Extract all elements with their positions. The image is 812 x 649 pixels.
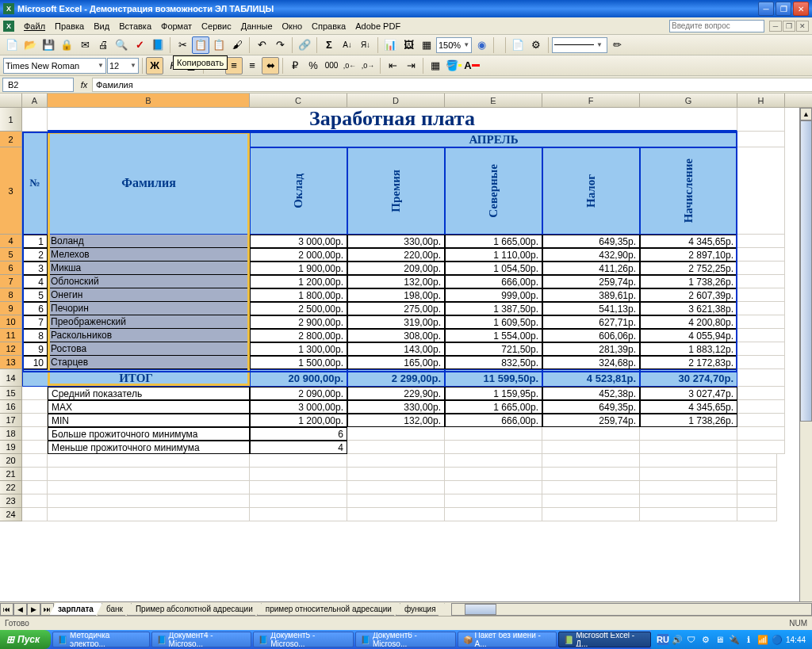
cell[interactable]	[737, 108, 785, 132]
cell[interactable]: 330,00р.	[347, 400, 445, 414]
tab-next-icon[interactable]: ▶	[27, 603, 40, 616]
cell[interactable]	[48, 454, 250, 468]
header-col[interactable]: Северные	[445, 147, 542, 235]
cell[interactable]	[347, 427, 445, 441]
cell[interactable]: 8	[22, 329, 48, 342]
task-item[interactable]: 📘Документ4 - Microso...	[151, 632, 252, 647]
cell[interactable]: 541,13р.	[542, 302, 640, 315]
cell[interactable]	[22, 387, 48, 400]
cell[interactable]: 3 621,38р.	[640, 302, 737, 315]
cell[interactable]	[737, 288, 785, 302]
cell[interactable]	[22, 414, 48, 427]
hscroll-thumb[interactable]	[465, 604, 496, 615]
cell[interactable]: 649,35р.	[542, 400, 640, 414]
doc-restore-button[interactable]: ❐	[783, 21, 795, 32]
row-header[interactable]: 15	[0, 387, 22, 400]
task-item[interactable]: 📘Методичка электро...	[52, 632, 150, 647]
cell[interactable]: 2 500,00р.	[250, 302, 347, 315]
cell[interactable]	[640, 494, 737, 508]
task-item-active[interactable]: 📗Microsoft Excel - Д...	[558, 632, 651, 647]
cell[interactable]: 1	[22, 235, 48, 248]
sheet-tab[interactable]: Пример абсолютной адресации	[127, 603, 262, 616]
align-right-icon[interactable]: ≡	[243, 57, 261, 74]
inc-indent-icon[interactable]: ⇥	[402, 57, 419, 74]
currency-icon[interactable]: ₽	[286, 57, 304, 74]
border-style-combo[interactable]: ▼	[552, 37, 607, 53]
cell[interactable]: 666,00р.	[445, 275, 542, 288]
fontsize-combo[interactable]: 12▼	[107, 58, 139, 74]
cell[interactable]: Онегин	[48, 288, 250, 302]
cell[interactable]	[250, 481, 347, 494]
cell[interactable]	[640, 427, 737, 441]
cell[interactable]	[737, 468, 777, 481]
autosum-icon[interactable]: Σ	[320, 36, 338, 54]
cell[interactable]	[22, 481, 48, 494]
cell[interactable]	[347, 481, 445, 494]
sheet-tab[interactable]: пример относительной адресации	[257, 603, 400, 616]
tray-icon[interactable]: 📶	[757, 634, 768, 645]
cell[interactable]	[737, 248, 785, 262]
chart-icon[interactable]: 📊	[381, 36, 399, 54]
scroll-thumb[interactable]	[800, 120, 812, 422]
spellcheck-icon[interactable]: ✓	[131, 36, 148, 54]
cell[interactable]	[737, 387, 785, 400]
sheet-tab[interactable]: банк	[98, 603, 132, 616]
cell[interactable]: 2 607,39р.	[640, 288, 737, 302]
menu-adobepdf[interactable]: Adobe PDF	[350, 20, 405, 32]
tab-first-icon[interactable]: ⏮	[0, 603, 13, 616]
cell[interactable]	[22, 427, 48, 441]
cell[interactable]: 2 172,83р.	[640, 356, 737, 369]
cell[interactable]: Мелехов	[48, 248, 250, 262]
cell[interactable]: 2 897,10р.	[640, 248, 737, 262]
cell[interactable]	[542, 468, 640, 481]
dec-indent-icon[interactable]: ⇤	[384, 57, 401, 74]
cell[interactable]	[737, 302, 785, 315]
cell[interactable]: 1 883,12р.	[640, 342, 737, 356]
header-col[interactable]: Налог	[542, 147, 640, 235]
menu-window[interactable]: Окно	[278, 20, 308, 32]
cell[interactable]: MIN	[48, 414, 250, 427]
vertical-scrollbar[interactable]: ▲ ▼	[799, 108, 812, 616]
cell[interactable]	[22, 508, 48, 521]
cell[interactable]: 1 665,00р.	[445, 400, 542, 414]
copy-icon[interactable]: 📋	[192, 36, 209, 54]
cell[interactable]: 3 000,00р.	[250, 400, 347, 414]
cell[interactable]	[445, 481, 542, 494]
cell[interactable]: 259,74р.	[542, 275, 640, 288]
cell[interactable]: 2 000,00р.	[250, 248, 347, 262]
cell[interactable]	[737, 369, 785, 387]
cell[interactable]	[737, 508, 777, 521]
itog-cell[interactable]: 30 274,70р.	[640, 369, 737, 387]
cell[interactable]: 4	[250, 441, 347, 454]
cell[interactable]	[445, 508, 542, 521]
row-header[interactable]: 9	[0, 302, 22, 315]
itog-cell[interactable]: 2 299,00р.	[347, 369, 445, 387]
cell[interactable]	[737, 329, 785, 342]
row-header[interactable]: 5	[0, 248, 22, 262]
lang-icon[interactable]: RU	[657, 634, 668, 645]
tray-icon[interactable]: 🔵	[772, 634, 783, 645]
cell[interactable]: Меньше прожиточного минимума	[48, 441, 250, 454]
cell[interactable]: 1 609,50р.	[445, 315, 542, 329]
cell[interactable]: 2 090,00р.	[250, 387, 347, 400]
menu-help[interactable]: Справка	[307, 20, 350, 32]
cell[interactable]: 165,00р.	[347, 356, 445, 369]
cell[interactable]	[737, 147, 785, 235]
cell[interactable]	[22, 468, 48, 481]
cell[interactable]: 6	[250, 427, 347, 441]
cell[interactable]	[737, 235, 785, 248]
horizontal-scrollbar[interactable]	[451, 603, 812, 616]
row-header[interactable]: 14	[0, 369, 22, 387]
formatpainter-icon[interactable]: 🖌	[228, 36, 246, 54]
cell[interactable]	[445, 468, 542, 481]
row-header[interactable]: 19	[0, 441, 22, 454]
cell[interactable]	[445, 441, 542, 454]
cell[interactable]	[445, 494, 542, 508]
row-header[interactable]: 23	[0, 494, 22, 508]
cell[interactable]: Средний показатель	[48, 387, 250, 400]
cell[interactable]: Облонский	[48, 275, 250, 288]
cell[interactable]: 1 200,00р.	[250, 275, 347, 288]
header-num[interactable]: №	[22, 132, 48, 235]
row-header[interactable]: 18	[0, 427, 22, 441]
cell[interactable]	[640, 441, 737, 454]
